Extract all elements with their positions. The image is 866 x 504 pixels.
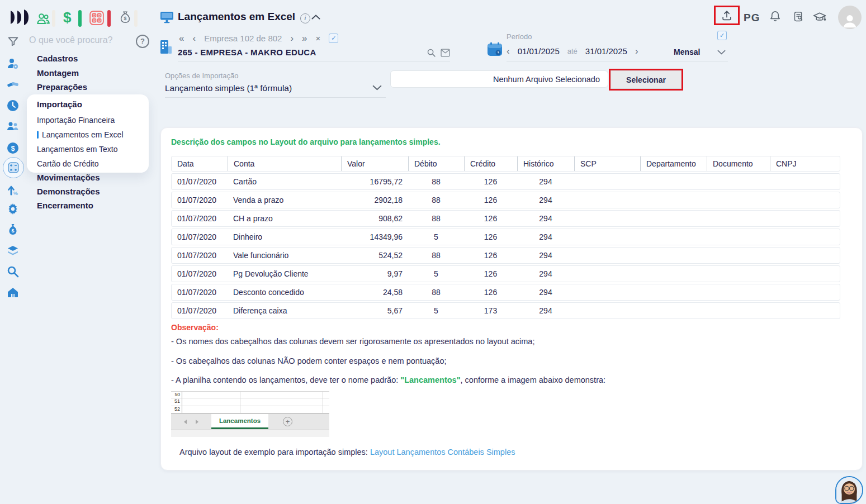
submenu-item-cartao-de-credito[interactable]: Cartão de Crédito — [37, 159, 99, 168]
table-row: 01/07/2020Venda a prazo2902,1888126294 — [171, 192, 840, 208]
handshake-icon[interactable] — [6, 78, 20, 91]
table-cell: 01/07/2020 — [172, 192, 228, 208]
table-row: 01/07/2020Vale funcionário524,5288126294 — [171, 247, 840, 264]
column-header: Documento — [707, 156, 770, 171]
table-cell: Desconto concedido — [228, 284, 341, 300]
table-cell — [640, 229, 707, 245]
search-icon[interactable] — [6, 265, 20, 278]
previous-company-button[interactable]: ‹ — [192, 34, 196, 43]
company-counter: Empresa 102 de 802 — [204, 34, 282, 43]
note-3-prefix: - A planilha contendo os lançamentos, de… — [171, 375, 400, 384]
money-bag-blue-icon[interactable]: $ — [6, 223, 20, 236]
sidebar-item-encerramento[interactable]: Encerramento — [37, 201, 93, 210]
sidebar-item-cadastros[interactable]: Cadastros — [37, 54, 78, 63]
first-company-button[interactable]: « — [179, 34, 184, 43]
upload-annotation-box — [714, 6, 740, 25]
submenu-item-lancamentos-em-texto[interactable]: Lançamentos em Texto — [37, 145, 118, 154]
table-cell: Venda a prazo — [228, 192, 341, 208]
column-header: Valor — [341, 156, 408, 171]
table-cell: 5 — [408, 266, 464, 282]
table-cell: 126 — [464, 229, 517, 245]
sidebar-item-montagem[interactable]: Montagem — [37, 68, 79, 78]
previous-period-button[interactable]: ‹ — [507, 46, 510, 56]
filter-icon[interactable] — [7, 35, 19, 47]
table-cell — [770, 192, 840, 208]
file-status-box[interactable]: Nenhum Arquivo Selecionado — [390, 70, 608, 88]
column-header: CNPJ — [770, 156, 840, 171]
example-layout-link[interactable]: Layout Lançamentos Contábeis Simples — [370, 448, 515, 457]
help-icon[interactable]: ? — [136, 35, 149, 48]
graduation-cap-icon[interactable] — [812, 10, 827, 24]
sidebar-item-movimentacoes[interactable]: Movimentações — [37, 173, 100, 182]
table-cell — [640, 192, 707, 208]
period-mode-chevron-down-icon[interactable] — [717, 50, 726, 55]
gear-icon[interactable] — [6, 202, 20, 216]
table-cell: 908,62 — [341, 211, 408, 226]
table-cell: Cartão — [228, 174, 341, 189]
table-cell — [770, 266, 840, 282]
search-input[interactable] — [28, 35, 134, 46]
import-options-chevron-down-icon[interactable] — [372, 85, 382, 91]
period-label: Período — [507, 32, 532, 41]
observacao-note-3: - A planilha contendo os lançamentos, de… — [171, 375, 605, 384]
money-bag-icon[interactable]: $ — [118, 9, 132, 25]
table-cell: 14349,96 — [341, 229, 408, 245]
collapse-chevron-up-icon[interactable] — [311, 15, 320, 20]
dollar-icon[interactable]: $ — [63, 9, 71, 26]
next-period-button[interactable]: › — [635, 46, 638, 56]
home-icon[interactable] — [6, 286, 20, 299]
table-row: 01/07/2020Dinheiro14349,965126294 — [171, 229, 840, 245]
sidebar-item-demonstracoes[interactable]: Demonstrações — [37, 187, 100, 196]
envelope-icon[interactable] — [441, 49, 450, 57]
table-cell: 294 — [517, 174, 574, 189]
table-cell: 88 — [408, 174, 464, 189]
calculator-icon[interactable] — [89, 10, 105, 26]
table-cell: 01/07/2020 — [172, 211, 228, 226]
content-card: Descrição dos campos no Layout do arquiv… — [160, 127, 863, 470]
user-avatar[interactable] — [838, 6, 862, 29]
pg-button[interactable]: PG — [744, 12, 760, 24]
table-cell — [707, 266, 770, 282]
table-cell — [707, 248, 770, 263]
submenu-item-label: Lançamentos em Excel — [42, 130, 124, 139]
users-group-icon[interactable] — [6, 120, 20, 134]
submenu-item-lancamentos-em-excel-active[interactable]: Lançamentos em Excel — [37, 130, 124, 139]
note-3-sheet-name: "Lancamentos" — [400, 375, 460, 384]
last-company-button[interactable]: » — [302, 34, 307, 43]
company-search-icon[interactable] — [427, 48, 436, 58]
company-checkbox[interactable]: ✓ — [329, 34, 338, 43]
topbar-divider — [52, 10, 55, 27]
sidebar-item-importacao[interactable]: Importação — [37, 99, 82, 109]
next-company-button[interactable]: › — [290, 34, 294, 43]
sidebar-item-preparacoes[interactable]: Preparações — [37, 82, 87, 92]
period-end-date[interactable]: 31/01/2025 — [585, 46, 627, 56]
layout-table: DataContaValorDébitoCréditoHistóricoSCPD… — [171, 156, 840, 319]
clock-icon[interactable] — [6, 99, 20, 112]
app-logo[interactable] — [9, 8, 29, 29]
active-indicator-bar — [37, 131, 39, 139]
document-search-icon[interactable] — [793, 11, 805, 23]
users-icon[interactable] — [36, 11, 51, 26]
period-mode-select[interactable]: Mensal — [674, 47, 700, 56]
bell-icon[interactable] — [769, 10, 782, 23]
period-checkbox[interactable]: ✓ — [717, 31, 727, 40]
info-icon[interactable]: i — [300, 13, 310, 23]
select-file-button[interactable]: Selecionar — [611, 70, 682, 89]
import-options-select[interactable]: Lançamento simples (1ª fórmula) — [165, 83, 292, 93]
importacao-submenu-panel: Importação Importação Financeira Lançame… — [27, 94, 149, 173]
layers-icon[interactable] — [6, 244, 20, 258]
period-start-date[interactable]: 01/01/2025 — [518, 46, 560, 56]
tab-scroll-left-icon — [184, 420, 187, 424]
table-cell: 294 — [517, 266, 574, 282]
clear-company-icon[interactable]: × — [316, 34, 321, 42]
topbar-divider — [134, 10, 138, 27]
observacao-note-2: - Os cabeçalhos das colunas NÃO podem co… — [171, 356, 446, 365]
table-cell — [574, 248, 640, 263]
calculator-active-icon[interactable] — [3, 157, 24, 178]
upload-icon[interactable] — [721, 9, 733, 22]
support-chat-avatar[interactable] — [835, 476, 863, 504]
dollar-coin-icon[interactable]: $ — [6, 141, 20, 155]
submenu-item-importacao-financeira[interactable]: Importação Financeira — [37, 116, 115, 125]
user-settings-icon[interactable] — [6, 57, 20, 70]
trending-up-icon[interactable]: % — [6, 183, 20, 197]
